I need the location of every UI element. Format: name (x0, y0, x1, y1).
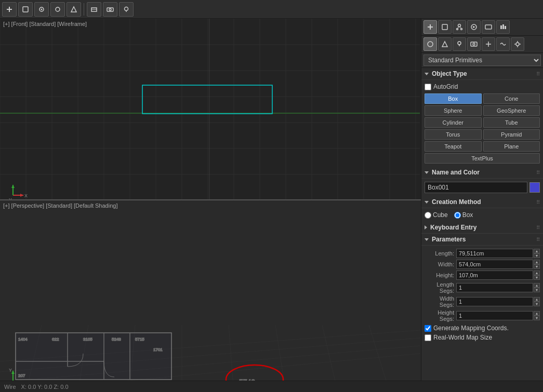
keyboard-entry-title: Keyboard Entry (430, 224, 536, 231)
height-input[interactable] (456, 271, 533, 280)
utilities-panel-icon[interactable] (496, 20, 510, 34)
object-type-title: Object Type (432, 70, 536, 77)
height-segs-label: Height Segs: (425, 309, 456, 322)
height-spin-down[interactable]: ▼ (534, 275, 540, 280)
btn-box[interactable]: Box (425, 93, 482, 104)
creation-method-section: Cube Box (421, 208, 543, 222)
front-viewport-label: [+] [Front] [Standard] [Wireframe] (3, 21, 87, 27)
btn-torus[interactable]: Torus (425, 129, 482, 140)
geometry-icon[interactable] (423, 37, 437, 51)
display-panel-icon[interactable] (482, 20, 495, 34)
length-spin-down[interactable]: ▼ (534, 253, 540, 258)
length-segs-spinner: ▲ ▼ (534, 283, 540, 292)
btn-pyramid[interactable]: Pyramid (483, 129, 540, 140)
name-color-header[interactable]: Name and Color ⠿ (421, 167, 543, 179)
toolbar-light-btn[interactable] (119, 2, 134, 17)
viewport-front[interactable]: [+] [Front] [Standard] [Wireframe] FRONT (0, 19, 421, 200)
name-color-triangle (425, 171, 429, 174)
gen-mapping-label: Generate Mapping Coords. (433, 325, 509, 332)
right-panel: Standard Primitives Object Type ⠿ AutoGr… (421, 19, 543, 381)
btn-teapot[interactable]: Teapot (425, 141, 482, 152)
svg-rect-114 (500, 25, 502, 29)
height-input-wrap: ▲ ▼ (456, 271, 540, 280)
helpers-icon[interactable] (482, 37, 495, 51)
panel-icon-row1 (421, 19, 543, 36)
object-type-header[interactable]: Object Type ⠿ (421, 68, 543, 80)
svg-point-4 (41, 8, 43, 10)
main-area: [+] [Front] [Standard] [Wireframe] FRONT (0, 19, 543, 381)
toolbar-scale-btn[interactable] (67, 2, 81, 17)
width-spin-down[interactable]: ▼ (534, 264, 540, 269)
btn-cone[interactable]: Cone (483, 93, 540, 104)
object-type-grip: ⠿ (536, 71, 540, 77)
width-segs-wrap: ▲ ▼ (456, 297, 540, 306)
width-segs-spin-up[interactable]: ▲ (534, 297, 540, 302)
height-segs-input[interactable] (456, 311, 533, 320)
length-input[interactable] (456, 249, 533, 258)
toolbar-camera-btn[interactable] (103, 2, 117, 17)
cube-radio-label[interactable]: Cube (425, 211, 448, 219)
width-segs-spin-down[interactable]: ▼ (534, 302, 540, 306)
viewport-persp[interactable]: [+] [Perspective] [Standard] [Default Sh… (0, 200, 421, 381)
btn-textplus[interactable]: TextPlus (425, 153, 540, 164)
hierarchy-panel-icon[interactable] (453, 20, 466, 34)
height-segs-spin-up[interactable]: ▲ (534, 311, 540, 316)
name-color-section (421, 179, 543, 196)
btn-tube[interactable]: Tube (483, 117, 540, 128)
svg-point-107 (457, 29, 458, 30)
cube-radio[interactable] (425, 212, 431, 219)
box-radio[interactable] (454, 212, 461, 219)
lights-icon[interactable] (453, 37, 466, 51)
length-segs-wrap: ▲ ▼ (456, 283, 540, 292)
width-segs-input[interactable] (456, 297, 533, 306)
keyboard-entry-header[interactable]: Keyboard Entry ⠿ (421, 222, 543, 234)
length-label: Length: (425, 250, 456, 256)
length-spin-up[interactable]: ▲ (534, 249, 540, 253)
btn-cylinder[interactable]: Cylinder (425, 117, 482, 128)
shapes-icon[interactable] (438, 37, 452, 51)
length-segs-spin-up[interactable]: ▲ (534, 283, 540, 288)
svg-rect-122 (471, 42, 477, 46)
length-segs-input[interactable] (456, 283, 533, 292)
real-world-checkbox[interactable] (425, 334, 431, 341)
width-input[interactable] (456, 260, 533, 269)
btn-geosphere[interactable]: GeoSphere (483, 105, 540, 116)
btn-sphere[interactable]: Sphere (425, 105, 482, 116)
modify-panel-icon[interactable] (438, 20, 452, 34)
length-segs-spin-down[interactable]: ▼ (534, 288, 540, 292)
autogrid-label: AutoGrid (433, 83, 458, 90)
toolbar-select-btn[interactable] (18, 2, 33, 17)
motion-panel-icon[interactable] (467, 20, 481, 34)
creation-method-header[interactable]: Creation Method ⠿ (421, 196, 543, 208)
cameras-icon[interactable] (467, 37, 481, 51)
parameters-header[interactable]: Parameters ⠿ (421, 234, 543, 246)
autogrid-checkbox[interactable] (425, 84, 431, 90)
name-color-grip: ⠿ (536, 170, 540, 175)
panel-dropdown-row: Standard Primitives (421, 53, 543, 68)
length-segs-label: Length Segs: (425, 281, 456, 294)
gen-mapping-checkbox[interactable] (425, 325, 431, 332)
height-segs-spin-down[interactable]: ▼ (534, 316, 540, 320)
length-input-wrap: ▲ ▼ (456, 249, 540, 258)
parameters-section: Length: ▲ ▼ Width: ▲ ▼ (421, 246, 543, 345)
object-name-input[interactable] (425, 182, 527, 193)
toolbar-move-btn[interactable] (34, 2, 49, 17)
object-type-triangle (425, 73, 429, 75)
top-toolbar (0, 0, 543, 19)
toolbar-rotate-btn[interactable] (50, 2, 65, 17)
primitives-dropdown[interactable]: Standard Primitives (423, 55, 541, 66)
toolbar-sep1 (84, 3, 84, 16)
width-spinner: ▲ ▼ (534, 260, 540, 269)
color-swatch[interactable] (529, 182, 540, 193)
box-radio-label[interactable]: Box (454, 211, 473, 219)
height-spin-up[interactable]: ▲ (534, 271, 540, 275)
creation-method-grip: ⠿ (536, 199, 540, 205)
create-panel-icon[interactable] (423, 20, 437, 34)
toolbar-render-btn[interactable] (87, 2, 101, 17)
toolbar-plus-btn[interactable] (2, 2, 17, 17)
spacewarps-icon[interactable] (496, 37, 510, 51)
svg-text:1404: 1404 (18, 337, 28, 342)
systems-icon[interactable] (511, 37, 524, 51)
width-spin-up[interactable]: ▲ (534, 260, 540, 264)
btn-plane[interactable]: Plane (483, 141, 540, 152)
